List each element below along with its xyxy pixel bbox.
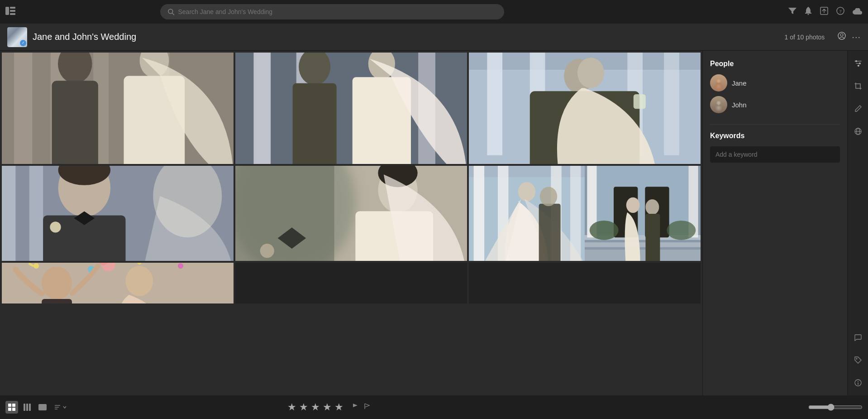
person-item-john[interactable]: John [710,96,840,113]
search-input[interactable] [178,8,497,15]
svg-line-5 [172,13,174,15]
photo-empty-3 [585,263,701,303]
svg-rect-68 [585,250,701,261]
stars-area: ★ ★ ★ ★ ★ [287,401,371,413]
svg-rect-110 [38,404,47,410]
svg-point-75 [667,221,696,240]
filter-icon[interactable] [788,7,796,17]
svg-rect-28 [293,83,337,164]
flag-btn[interactable] [352,403,359,412]
photo-cell-67-group [469,166,701,261]
svg-point-74 [590,221,619,240]
svg-rect-3 [10,13,15,15]
star-4[interactable]: ★ [323,401,332,413]
view-single-btn[interactable] [36,401,49,414]
sidebar-globe-btn[interactable] [851,124,865,139]
album-title: Jane and John's Wedding [33,32,136,42]
unflag-btn[interactable] [363,403,371,412]
notification-icon[interactable] [805,7,812,17]
photo-grid: 3 [0,51,702,305]
svg-rect-108 [26,404,28,411]
star-2[interactable]: ★ [299,401,308,413]
album-check-icon: ✓ [20,40,26,46]
star-5[interactable]: ★ [334,401,343,413]
svg-rect-106 [12,408,15,411]
view-grid4-btn[interactable] [5,401,18,414]
main-content: 3 [0,51,868,395]
keyword-input[interactable] [710,146,840,163]
sort-control[interactable] [54,404,67,410]
star-1[interactable]: ★ [287,401,296,413]
photo-cell-1[interactable] [2,53,234,164]
avatar-jane [710,74,727,92]
people-identify-icon[interactable] [837,31,846,43]
photo-empty-2 [469,263,585,303]
svg-rect-43 [29,166,43,261]
keywords-section-title: Keywords [710,132,840,140]
svg-rect-36 [664,53,679,155]
svg-point-38 [577,58,604,88]
cloud-icon[interactable] [853,7,863,17]
more-options-icon[interactable]: ··· [852,32,861,42]
people-list: Jane John [710,74,840,113]
photo-cell-5-selected[interactable] [235,166,467,261]
john-face [710,96,727,113]
svg-rect-104 [12,404,15,407]
album-thumbnail[interactable]: ✓ [7,27,27,47]
star-3[interactable]: ★ [311,401,320,413]
photo-grid-area: 3 [0,51,702,395]
search-bar[interactable] [160,4,504,19]
svg-point-99 [856,358,857,360]
people-section-title: People [710,60,840,68]
svg-rect-0 [5,7,9,15]
topbar-left [5,7,15,17]
zoom-slider [808,404,863,411]
sidebar-comment-btn[interactable] [851,330,865,345]
sidebar-crop-btn[interactable] [851,79,865,93]
svg-rect-40 [634,94,646,109]
sidebar-info-btn[interactable] [851,376,865,390]
sidebar-tag-btn[interactable] [851,353,865,367]
svg-rect-103 [8,404,11,407]
zoom-range[interactable] [808,404,863,411]
svg-rect-107 [24,404,25,411]
albumbar: ✓ Jane and John's Wedding 1 of 10 photos… [0,24,868,51]
sidebar-filter-btn[interactable] [851,56,865,71]
svg-point-55 [260,244,274,258]
sidebar-edit-btn[interactable] [851,101,865,116]
svg-rect-19 [52,81,98,164]
svg-text:?: ? [839,8,842,14]
topbar-right: ? [788,7,863,17]
icon-sidebar [847,51,868,395]
photo-cell-2[interactable] [235,53,467,164]
photo-cell-8[interactable] [2,263,234,303]
keywords-section: Keywords [710,132,840,163]
album-count: 1 of 10 photos ··· [785,31,861,43]
svg-point-93 [855,60,857,62]
svg-point-101 [858,381,858,382]
svg-point-6 [808,14,809,15]
svg-point-76 [626,197,640,213]
person-item-jane[interactable]: Jane [710,74,840,92]
svg-rect-89 [42,299,72,303]
svg-rect-79 [2,263,234,303]
photo-empty-1 [235,263,467,303]
svg-point-90 [125,266,153,296]
photo-cell-7[interactable] [585,166,701,261]
svg-rect-24 [253,53,271,164]
help-icon[interactable]: ? [836,7,844,17]
svg-rect-67 [585,242,701,247]
album-actions: ··· [837,31,861,43]
upload-icon[interactable] [820,7,828,17]
svg-point-64 [540,187,557,206]
svg-rect-51 [235,166,334,261]
sidebar-toggle-icon[interactable] [5,7,15,17]
photo-cell-6[interactable] [469,166,585,261]
svg-point-88 [42,267,72,300]
photo-cell-4[interactable] [2,166,234,261]
view-grid3-btn[interactable] [21,401,33,414]
svg-rect-63 [539,204,561,261]
svg-rect-58 [474,166,484,261]
photo-cell-3[interactable]: 3 [469,53,701,164]
svg-point-84 [178,263,183,269]
